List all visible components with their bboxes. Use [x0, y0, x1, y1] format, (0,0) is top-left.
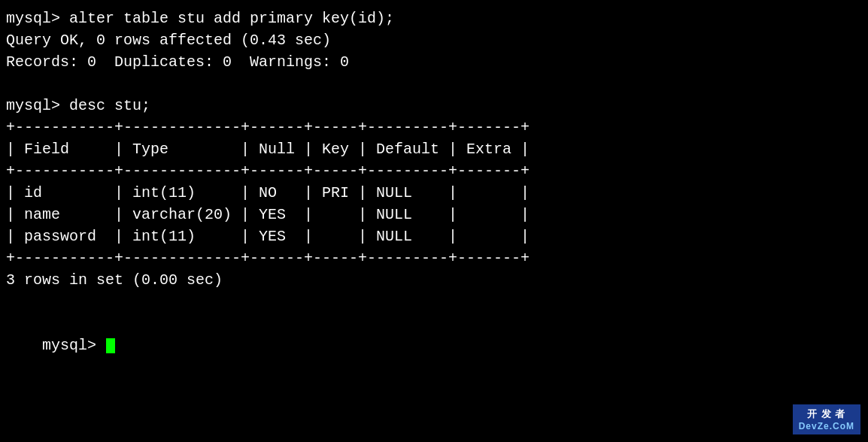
cursor-block: [106, 338, 115, 353]
output-line-1: Query OK, 0 rows affected (0.43 sec): [6, 29, 862, 51]
watermark-line2: DevZe.CoM: [799, 421, 854, 431]
table-header-row: | Field | Type | Null | Key | Default | …: [6, 138, 862, 160]
terminal-window[interactable]: mysql> alter table stu add primary key(i…: [0, 0, 868, 442]
command-line-1: mysql> alter table stu add primary key(i…: [6, 8, 862, 29]
table-border-mid: +-----------+-------------+------+-----+…: [6, 160, 862, 182]
watermark-line1: 开 发 者: [799, 407, 854, 421]
empty-line-1: [6, 73, 862, 95]
table-border-bottom: +-----------+-------------+------+-----+…: [6, 247, 862, 269]
empty-line-2: [6, 291, 862, 313]
table-row-name: | name | varchar(20) | YES | | NULL | |: [6, 204, 862, 226]
table-row-password: | password | int(11) | YES | | NULL | |: [6, 226, 862, 247]
prompt-text: mysql>: [42, 337, 105, 354]
prompt-line: mysql>: [6, 313, 862, 378]
row-count-line: 3 rows in set (0.00 sec): [6, 269, 862, 291]
output-line-2: Records: 0 Duplicates: 0 Warnings: 0: [6, 51, 862, 73]
watermark-badge: 开 发 者 DevZe.CoM: [793, 404, 860, 434]
table-row-id: | id | int(11) | NO | PRI | NULL | |: [6, 182, 862, 204]
command-line-2: mysql> desc stu;: [6, 95, 862, 117]
table-border-top: +-----------+-------------+------+-----+…: [6, 117, 862, 138]
